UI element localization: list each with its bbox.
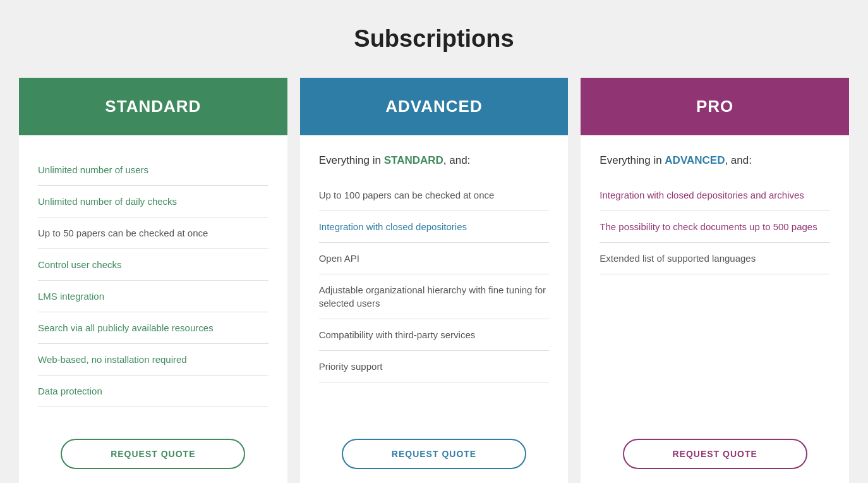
pro-footer: REQUEST QUOTE (581, 420, 849, 483)
list-item: Up to 100 papers can be checked at once (319, 180, 550, 211)
advanced-ref-highlight: STANDARD (384, 154, 443, 166)
page-title: Subscriptions (13, 25, 855, 52)
cards-container: STANDARDUnlimited number of usersUnlimit… (13, 78, 855, 483)
pro-ref-highlight: ADVANCED (665, 154, 725, 166)
list-item: Compatibility with third-party services (319, 319, 550, 351)
standard-header: STANDARD (19, 78, 287, 135)
list-item: Data protection (38, 376, 268, 407)
list-item: Open API (319, 243, 550, 274)
list-item: Priority support (319, 351, 550, 382)
pro-request-quote-button[interactable]: REQUEST QUOTE (623, 439, 807, 469)
list-item: Web-based, no installation required (38, 344, 268, 376)
standard-request-quote-button[interactable]: REQUEST QUOTE (61, 439, 245, 469)
list-item: Up to 50 papers can be checked at once (38, 217, 268, 249)
advanced-footer: REQUEST QUOTE (300, 420, 569, 483)
standard-body: Unlimited number of usersUnlimited numbe… (19, 135, 287, 420)
standard-feature-list: Unlimited number of usersUnlimited numbe… (38, 154, 268, 407)
card-standard: STANDARDUnlimited number of usersUnlimit… (19, 78, 287, 483)
card-pro: PROEverything in ADVANCED, and:Integrati… (581, 78, 849, 483)
standard-footer: REQUEST QUOTE (19, 420, 287, 483)
list-item: Adjustable organizational hierarchy with… (319, 274, 550, 319)
list-item: The possibility to check documents up to… (600, 211, 830, 243)
list-item: Control user checks (38, 249, 268, 281)
list-item: Unlimited number of users (38, 154, 268, 186)
card-advanced: ADVANCEDEverything in STANDARD, and:Up t… (300, 78, 569, 483)
pro-header-title: PRO (593, 97, 836, 116)
advanced-everything-text: Everything in STANDARD, and: (319, 154, 550, 167)
pro-everything-text: Everything in ADVANCED, and: (600, 154, 830, 167)
advanced-feature-list: Up to 100 papers can be checked at onceI… (319, 180, 550, 407)
list-item: Unlimited number of daily checks (38, 186, 268, 217)
advanced-header: ADVANCED (300, 78, 569, 135)
list-item: Extended list of supported languages (600, 243, 830, 274)
list-item: Integration with closed depositories (319, 211, 550, 243)
standard-header-title: STANDARD (32, 97, 275, 116)
pro-header: PRO (581, 78, 849, 135)
list-item: Search via all publicly available resour… (38, 312, 268, 344)
advanced-request-quote-button[interactable]: REQUEST QUOTE (342, 439, 526, 469)
list-item: LMS integration (38, 281, 268, 312)
pro-feature-list: Integration with closed depositories and… (600, 180, 830, 407)
advanced-body: Everything in STANDARD, and:Up to 100 pa… (300, 135, 569, 420)
list-item: Integration with closed depositories and… (600, 180, 830, 211)
advanced-header-title: ADVANCED (313, 97, 556, 116)
pro-body: Everything in ADVANCED, and:Integration … (581, 135, 849, 420)
